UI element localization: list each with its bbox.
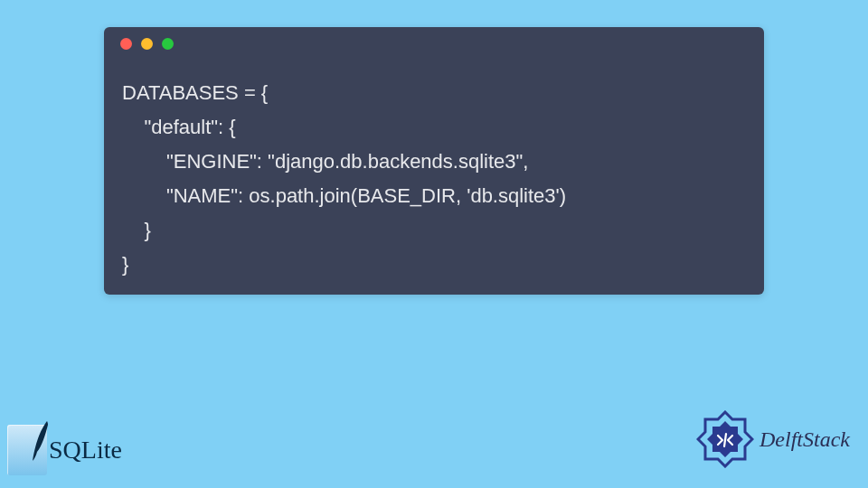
sqlite-logo: SQLite [7,425,122,475]
code-line: DATABASES = { [122,76,746,110]
code-line: "ENGINE": "django.db.backends.sqlite3", [122,145,746,179]
sqlite-logo-text: SQLite [49,436,122,465]
code-body: DATABASES = { "default": { "ENGINE": "dj… [104,60,764,282]
window-maximize-dot[interactable] [162,38,174,50]
feather-icon [25,419,52,465]
sqlite-box-icon [7,425,47,475]
code-line: } [122,213,746,248]
window-close-dot[interactable] [120,38,132,50]
window-minimize-dot[interactable] [141,38,153,50]
code-line: "default": { [122,110,746,145]
delftstack-logo: DelftStack [696,410,850,468]
window-titlebar [104,27,764,60]
delftstack-logo-text: DelftStack [760,427,850,452]
code-line: "NAME": os.path.join(BASE_DIR, 'db.sqlit… [122,179,746,213]
code-line: } [122,248,746,282]
delftstack-badge-icon [696,410,754,468]
code-window: DATABASES = { "default": { "ENGINE": "dj… [104,27,764,295]
